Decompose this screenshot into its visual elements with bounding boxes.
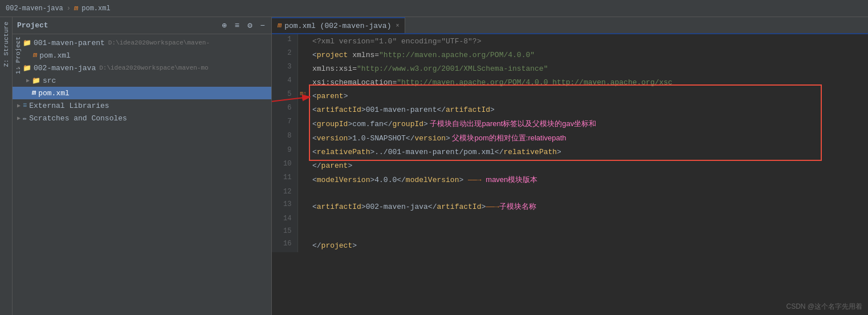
- tree-item-pom-002[interactable]: m pom.xml: [13, 87, 271, 99]
- code-line-13: 13 <artifactId>002-maven-java</artifactI…: [272, 199, 868, 213]
- code-line-1: 1<?xml version="1.0" encoding="UTF-8"?>: [272, 34, 868, 48]
- line-gutter-14: [298, 213, 309, 226]
- line-content-4: xsi:schemaLocation="http://maven.apache.…: [309, 75, 868, 89]
- tree-item-ext-libs[interactable]: ▶ ≡ External Libraries: [13, 99, 271, 112]
- code-line-6: 6 <artifactId>001-maven-parent</artifact…: [272, 103, 868, 116]
- code-editor[interactable]: 1<?xml version="1.0" encoding="UTF-8"?>2…: [272, 34, 868, 315]
- line-content-8: <version>1.0-SNAPSHOT</version> 父模块pom的相…: [309, 131, 868, 145]
- line-number-14: 14: [272, 213, 298, 226]
- breadcrumb-project: 002-maven-java: [6, 5, 63, 13]
- tree-item-002-java[interactable]: ▾ 📁 002-maven-java D:\idea2020workspace\…: [13, 62, 271, 74]
- tree-path-001: D:\idea2020workspace\maven-: [108, 39, 210, 46]
- line-number-11: 11: [272, 172, 298, 187]
- locate-icon[interactable]: ⊕: [220, 19, 228, 31]
- folder-icon-src: 📁: [32, 76, 40, 85]
- tree-item-src[interactable]: ▶ 📁 src: [13, 74, 271, 87]
- line-content-15: [309, 226, 868, 239]
- line-number-2: 2: [272, 48, 298, 62]
- main-layout: Z: Structure Project ⊕ ≡ ⚙ − 1: Project …: [0, 17, 868, 315]
- tab-close-btn[interactable]: ×: [396, 23, 399, 29]
- tree-item-001-parent[interactable]: ▾ 📁 001-maven-parent D:\idea2020workspac…: [13, 37, 271, 49]
- line-number-6: 6: [272, 103, 298, 116]
- z-structure-panel[interactable]: Z: Structure: [0, 17, 13, 315]
- code-line-11: 11 <modelVersion>4.0.0</modelVersion> ——…: [272, 172, 868, 187]
- code-line-4: 4 xsi:schemaLocation="http://maven.apach…: [272, 75, 868, 89]
- tab-label: pom.xml (002-maven-java): [284, 22, 391, 30]
- line-content-2: <project xmlns="http://maven.apache.org/…: [309, 48, 868, 62]
- settings-icon[interactable]: ⚙: [246, 19, 254, 31]
- maven-icon: m: [74, 5, 78, 13]
- arrow-ext: ▶: [15, 102, 23, 109]
- folder-icon-002: 📁: [23, 64, 31, 72]
- breadcrumb-sep: ›: [67, 5, 71, 13]
- tab-file-icon: m: [278, 22, 282, 30]
- m-icon-pom002: m: [32, 89, 36, 97]
- line-number-15: 15: [272, 226, 298, 239]
- code-line-16: 16</project>: [272, 239, 868, 252]
- active-tab[interactable]: m pom.xml (002-maven-java) ×: [272, 17, 405, 33]
- line-number-4: 4: [272, 75, 298, 89]
- close-panel-icon[interactable]: −: [259, 20, 267, 31]
- line-number-8: 8: [272, 131, 298, 145]
- line-gutter-2: [298, 48, 309, 62]
- line-gutter-13: [298, 199, 309, 213]
- code-line-12: 12: [272, 187, 868, 199]
- tree-label-src: src: [43, 76, 56, 85]
- line-gutter-6: [298, 103, 309, 116]
- line-content-10: </parent>: [309, 159, 868, 172]
- scratch-icon: ✏: [23, 114, 27, 123]
- panel-title: Project: [17, 21, 215, 30]
- line-number-13: 13: [272, 199, 298, 213]
- line-content-11: <modelVersion>4.0.0</modelVersion> ——→ m…: [309, 172, 868, 187]
- arrow-scratches: ▶: [15, 115, 23, 122]
- line-number-3: 3: [272, 62, 298, 75]
- line-content-9: <relativePath>../001-maven-parent/pom.xm…: [309, 145, 868, 159]
- line-gutter-8: [298, 131, 309, 145]
- arrow-001-parent: ▾: [15, 39, 23, 46]
- line-content-3: xmlns:xsi="http://www.w3.org/2001/XMLSch…: [309, 62, 868, 75]
- z-structure-tab[interactable]: Z: Structure: [1, 17, 12, 71]
- file-tree: 1: Project ▾ 📁 001-maven-parent D:\idea2…: [13, 34, 271, 315]
- line-gutter-12: [298, 187, 309, 199]
- line-content-1: <?xml version="1.0" encoding="UTF-8"?>: [309, 34, 868, 48]
- editor-area: m pom.xml (002-maven-java) × 1<?xml vers…: [272, 17, 868, 315]
- line-gutter-15: [298, 226, 309, 239]
- code-line-10: 10 </parent>: [272, 159, 868, 172]
- folder-icon-001: 📁: [23, 39, 31, 47]
- code-line-14: 14: [272, 213, 868, 226]
- code-line-15: 15: [272, 226, 868, 239]
- tree-item-scratches[interactable]: ▶ ✏ Scratches and Consoles: [13, 112, 271, 124]
- line-gutter-4: [298, 75, 309, 89]
- tab-bar: m pom.xml (002-maven-java) ×: [272, 17, 868, 34]
- tree-label-001-parent: 001-maven-parent: [34, 39, 105, 47]
- code-line-3: 3 xmlns:xsi="http://www.w3.org/2001/XMLS…: [272, 62, 868, 75]
- tree-item-pom-001[interactable]: m pom.xml: [13, 49, 271, 62]
- watermark: CSDN @这个名字先用着: [786, 302, 862, 312]
- title-bar: 002-maven-java › m pom.xml: [0, 0, 868, 17]
- line-gutter-1: [298, 34, 309, 48]
- code-line-9: 9 <relativePath>../001-maven-parent/pom.…: [272, 145, 868, 159]
- line-number-7: 7: [272, 116, 298, 131]
- line-gutter-5: m↑: [298, 89, 309, 103]
- arrow-002-java: ▾: [15, 64, 23, 71]
- code-table: 1<?xml version="1.0" encoding="UTF-8"?>2…: [272, 34, 868, 252]
- line-number-5: 5: [272, 89, 298, 103]
- tree-label-pom001: pom.xml: [39, 51, 71, 60]
- line-number-16: 16: [272, 239, 298, 252]
- code-line-7: 7 <groupId>com.fan</groupId> 子模块自动出现pare…: [272, 116, 868, 131]
- line-gutter-7: [298, 116, 309, 131]
- tree-label-002-java: 002-maven-java: [34, 64, 96, 72]
- line-gutter-9: [298, 145, 309, 159]
- tree-label-ext: External Libraries: [29, 102, 109, 110]
- line-number-1: 1: [272, 34, 298, 48]
- collapse-icon[interactable]: ≡: [233, 20, 241, 31]
- line-content-12: [309, 187, 868, 199]
- line-content-14: [309, 213, 868, 226]
- line-gutter-10: [298, 159, 309, 172]
- code-line-8: 8 <version>1.0-SNAPSHOT</version> 父模块pom…: [272, 131, 868, 145]
- line-number-9: 9: [272, 145, 298, 159]
- line-gutter-16: [298, 239, 309, 252]
- m-icon-pom001: m: [33, 51, 37, 59]
- line-content-13: <artifactId>002-maven-java</artifactId>—…: [309, 199, 868, 213]
- code-line-5: 5m↑ <parent>: [272, 89, 868, 103]
